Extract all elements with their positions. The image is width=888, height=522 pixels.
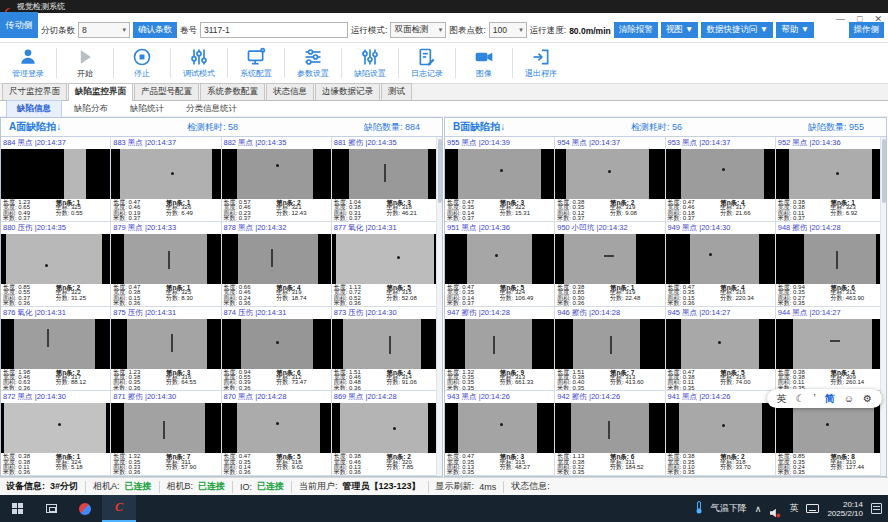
material-band	[804, 234, 876, 284]
defect-cell-945[interactable]: 945 黑点 |20:14:27长度: 0.47宽度: 0.38面积: 0.11…	[666, 307, 776, 392]
main-tab-1[interactable]: 缺陷监控界面	[68, 83, 133, 101]
defect-cell-883[interactable]: 883 黑点 |20:14:37长度: 0.47宽度: 0.46面积: 0.19…	[111, 137, 221, 222]
defect-cell-951[interactable]: 951 黑点 |20:14:36长度: 0.47宽度: 0.35面积: 0.14…	[445, 222, 555, 307]
toolbar-button-tune[interactable]: 调试模式	[173, 44, 225, 82]
sub-tab-3[interactable]: 分类信息统计	[176, 101, 247, 117]
taskbar-app-inspection[interactable]: C	[102, 495, 136, 522]
defect-cell-878[interactable]: 878 黑点 |20:14:32长度: 0.66宽度: 0.46面积: 0.24…	[222, 222, 332, 307]
taskbar-clock[interactable]: 20:14 2025/2/10	[827, 500, 863, 518]
clear-alarm-button[interactable]: 清除报警	[614, 22, 658, 38]
minimize-button[interactable]: —	[836, 14, 845, 24]
main-tab-6[interactable]: 测试	[381, 83, 412, 100]
defect-info: 长度: 1.04宽度: 0.38面积: 0.31米数: 0.37第n条: 3坐标…	[332, 199, 441, 222]
defect-cell-950[interactable]: 950 小凹坑 |20:14:32长度: 0.38宽度: 0.85面积: 0.3…	[555, 222, 665, 307]
defect-cell-874[interactable]: 874 压伤 |20:14:31长度: 0.94宽度: 0.55面积: 0.39…	[222, 307, 332, 392]
view-menu-button[interactable]: 视图 ▼	[661, 22, 699, 38]
maximize-button[interactable]: □	[857, 14, 862, 24]
ime-simplified[interactable]: 简	[825, 389, 835, 408]
main-tab-3[interactable]: 系统参数配置	[200, 83, 265, 100]
ime-emoji-icon[interactable]: ☺	[844, 389, 854, 408]
defect-cell-941[interactable]: 941 黑点 |20:14:26长度: 0.38宽度: 0.35面积: 0.10…	[666, 391, 776, 476]
main-tab-0[interactable]: 尺寸监控界面	[2, 83, 67, 100]
sub-tab-0[interactable]: 缺陷信息	[6, 100, 62, 118]
help-menu-button[interactable]: 帮助 ▼	[776, 22, 814, 38]
slit-count-select[interactable]: 8▾	[78, 22, 130, 38]
defect-cell-876[interactable]: 876 氧化 |20:14:31长度: 1.98宽度: 0.46面积: 0.63…	[1, 307, 111, 392]
tray-expand-chevron[interactable]: ∧	[755, 504, 762, 514]
defect-cell-953[interactable]: 953 黑点 |20:14:37长度: 0.47宽度: 0.46面积: 0.18…	[666, 137, 776, 222]
defect-grid-A: 884 黑点 |20:14:37长度: 1.23宽度: 0.65面积: 0.49…	[1, 137, 442, 476]
scrollbar-thumb[interactable]	[438, 139, 442, 203]
run-mode-select[interactable]: 双面检测▾	[390, 22, 446, 38]
defect-cell-877[interactable]: 877 氧化 |20:14:31长度: 1.13宽度: 0.72面积: 0.52…	[332, 222, 442, 307]
keyboard-icon[interactable]	[806, 504, 819, 513]
roll-number-input[interactable]	[200, 22, 348, 38]
defect-cell-header: 882 黑点 |20:14:35	[222, 137, 331, 149]
defect-info-left: 长度: 0.47宽度: 0.38面积: 0.11米数: 0.35	[668, 370, 721, 392]
start-button[interactable]	[0, 495, 34, 522]
defect-cell-873[interactable]: 873 压伤 |20:14:30长度: 1.51宽度: 0.46面积: 0.48…	[332, 307, 442, 392]
action-toolbar: 管理登录开始停止调试模式系统配置参数设置缺陷设置日志记录图像退出程序	[0, 43, 888, 84]
clock-date: 2025/2/10	[827, 509, 863, 518]
toolbar-button-play[interactable]: 开始	[59, 44, 111, 82]
notification-center-icon[interactable]	[871, 503, 882, 514]
close-button[interactable]: ✕	[874, 14, 882, 24]
ime-language-indicator[interactable]: 英	[789, 502, 798, 515]
weather-text[interactable]: 气温下降	[711, 502, 747, 515]
defect-cell-header: 873 压伤 |20:14:30	[332, 307, 441, 319]
defect-cell-879[interactable]: 879 黑点 |20:14:33长度: 0.47宽度: 0.38面积: 0.15…	[111, 222, 221, 307]
defect-cell-954[interactable]: 954 黑点 |20:14:37长度: 0.38宽度: 0.35面积: 0.12…	[555, 137, 665, 222]
defect-cell-948[interactable]: 948 擦伤 |20:14:28长度: 0.94宽度: 0.35面积: 0.27…	[776, 222, 886, 307]
defect-cell-944[interactable]: 944 黑点 |20:14:27长度: 0.38宽度: 0.38面积: 0.11…	[776, 307, 886, 392]
ime-lang-en[interactable]: 英	[777, 389, 787, 408]
main-tab-5[interactable]: 边缘数据记录	[315, 83, 380, 100]
data-quick-access-button[interactable]: 数据快捷访问 ▼	[701, 22, 773, 38]
defect-cell-952[interactable]: 952 黑点 |20:14:36长度: 0.38宽度: 0.38面积: 0.11…	[776, 137, 886, 222]
speaker-muted-icon[interactable]	[769, 504, 781, 514]
defect-cell-header: 874 压伤 |20:14:31	[222, 307, 331, 319]
confirm-count-button[interactable]: 确认条数	[133, 22, 177, 38]
toolbar-button-exit[interactable]: 退出程序	[515, 44, 567, 82]
defect-cell-871[interactable]: 871 擦伤 |20:14:30长度: 1.32宽度: 0.35面积: 0.33…	[111, 391, 221, 476]
toolbar-button-user[interactable]: 管理登录	[2, 44, 54, 82]
main-tab-2[interactable]: 产品型号配置	[134, 83, 199, 100]
defect-cell-875[interactable]: 875 压伤 |20:14:31长度: 1.23宽度: 0.38面积: 0.35…	[111, 307, 221, 392]
defect-cell-872[interactable]: 872 黑点 |20:14:30长度: 0.38宽度: 0.38面积: 0.11…	[1, 391, 111, 476]
taskbar-app-paint[interactable]	[68, 495, 102, 522]
defect-cell-942[interactable]: 942 擦伤 |20:14:26长度: 1.13宽度: 0.38面积: 0.32…	[555, 391, 665, 476]
defect-cell-947[interactable]: 947 擦伤 |20:14:28长度: 1.32宽度: 0.35面积: 0.35…	[445, 307, 555, 392]
defect-thumbnail	[666, 234, 775, 284]
toolbar-button-camera[interactable]: 图像	[458, 44, 510, 82]
main-tab-4[interactable]: 状态信息	[266, 83, 314, 100]
task-view-button[interactable]	[34, 495, 68, 522]
toolbar-button-stop[interactable]: 停止	[116, 44, 168, 82]
defect-cell-880[interactable]: 880 压伤 |20:14:35长度: 0.85宽度: 0.55面积: 0.37…	[1, 222, 111, 307]
ime-moon-icon[interactable]: ☾	[796, 389, 805, 408]
sub-tab-2[interactable]: 缺陷统计	[120, 101, 174, 117]
operate-side-button[interactable]: 操作侧	[849, 22, 885, 38]
toolbar-button-monitor[interactable]: 系统配置	[230, 44, 282, 82]
toolbar-button-log[interactable]: 日志记录	[401, 44, 453, 82]
defect-grid-B: 955 黑点 |20:14:39长度: 0.47宽度: 0.35面积: 0.14…	[445, 137, 886, 476]
toolbar-button-params[interactable]: 参数设置	[287, 44, 339, 82]
defect-cell-881[interactable]: 881 擦伤 |20:14:35长度: 1.04宽度: 0.38面积: 0.31…	[332, 137, 442, 222]
defect-cell-943[interactable]: 943 黑点 |20:14:26长度: 0.47宽度: 0.35面积: 0.13…	[445, 391, 555, 476]
toolbar-button-defect-settings[interactable]: 缺陷设置	[344, 44, 396, 82]
defect-info-left: 长度: 0.85宽度: 0.35面积: 0.24米数: 0.35	[778, 454, 831, 476]
chart-points-select[interactable]: 100▾	[489, 22, 527, 38]
defect-cell-869[interactable]: 869 黑点 |20:14:28长度: 0.38宽度: 0.46面积: 0.13…	[332, 391, 442, 476]
defect-cell-955[interactable]: 955 黑点 |20:14:39长度: 0.47宽度: 0.35面积: 0.14…	[445, 137, 555, 222]
defect-cell-882[interactable]: 882 黑点 |20:14:35长度: 0.57宽度: 0.46面积: 0.23…	[222, 137, 332, 222]
defect-cell-946[interactable]: 946 擦伤 |20:14:28长度: 1.51宽度: 0.38面积: 0.40…	[555, 307, 665, 392]
ime-settings-icon[interactable]: ⚙	[863, 389, 872, 408]
defect-info: 长度: 0.94宽度: 0.35面积: 0.27米数: 0.35第n条: 6坐标…	[776, 284, 885, 307]
defect-cell-870[interactable]: 870 黑点 |20:14:28长度: 0.47宽度: 0.35面积: 0.14…	[222, 391, 332, 476]
defect-mark	[384, 164, 386, 182]
defect-info: 长度: 1.32宽度: 0.35面积: 0.33米数: 0.36第n条: 7坐标…	[111, 453, 220, 476]
defect-cell-884[interactable]: 884 黑点 |20:14:37长度: 1.23宽度: 0.65面积: 0.49…	[1, 137, 111, 222]
ime-punct-icon[interactable]: ’	[814, 389, 816, 408]
sub-tab-1[interactable]: 缺陷分布	[64, 101, 118, 117]
drive-side-button[interactable]: 传动侧	[0, 12, 38, 38]
scrollbar-thumb[interactable]	[882, 139, 886, 203]
defect-cell-949[interactable]: 949 黑点 |20:14:30长度: 0.47宽度: 0.35面积: 0.15…	[666, 222, 776, 307]
